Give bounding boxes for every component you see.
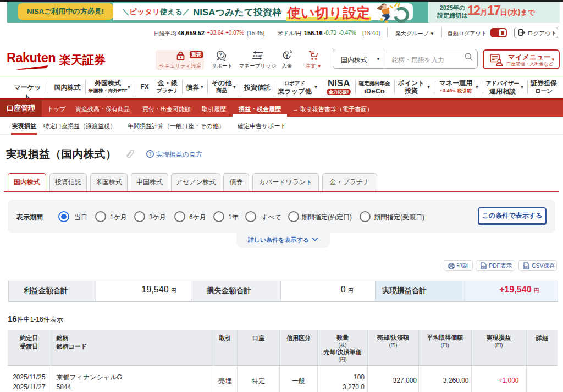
- svg-text:¥: ¥: [285, 53, 289, 59]
- svg-text:BANK: BANK: [253, 54, 262, 58]
- svg-text:PDF: PDF: [482, 266, 487, 268]
- svg-text:?: ?: [219, 52, 222, 57]
- svg-text:CSV: CSV: [524, 266, 529, 268]
- svg-text:?: ?: [148, 151, 152, 157]
